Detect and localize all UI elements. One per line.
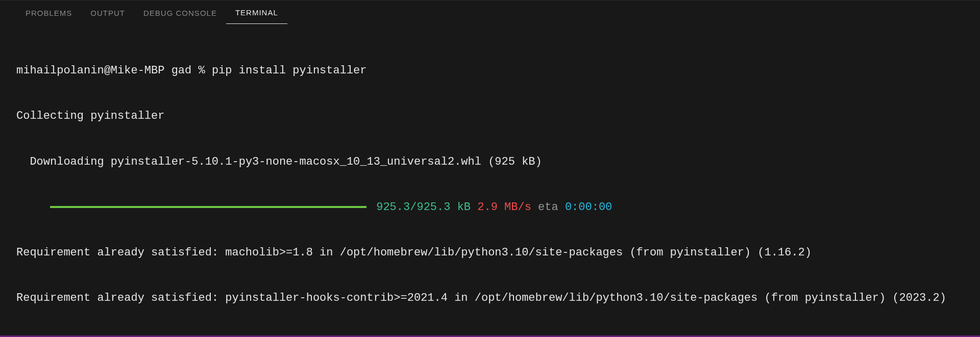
output-collecting: Collecting pyinstaller xyxy=(16,109,964,124)
panel-tab-bar: PROBLEMS OUTPUT DEBUG CONSOLE TERMINAL xyxy=(0,1,980,24)
prompt-user: mihailpolanin@Mike-MBP xyxy=(16,64,164,77)
output-downloading: Downloading pyinstaller-5.10.1-py3-none-… xyxy=(16,154,964,170)
prompt-symbol: % xyxy=(198,64,205,77)
progress-eta-label: eta xyxy=(538,201,558,214)
progress-size: 925.3/925.3 kB xyxy=(376,201,471,214)
progress-eta: 0:00:00 xyxy=(565,201,612,214)
output-req1: Requirement already satisfied: macholib>… xyxy=(16,245,964,261)
terminal-output[interactable]: mihailpolanin@Mike-MBP gad % pip install… xyxy=(0,24,980,337)
terminal-prompt-line: mihailpolanin@Mike-MBP gad % pip install… xyxy=(16,63,964,79)
progress-speed: 2.9 MB/s xyxy=(477,201,531,214)
tab-output[interactable]: OUTPUT xyxy=(81,1,134,24)
command-text: pip install pyinstaller xyxy=(212,64,367,77)
output-progress: 925.3/925.3 kB 2.9 MB/s eta 0:00:00 xyxy=(16,200,964,215)
panel-container: PROBLEMS OUTPUT DEBUG CONSOLE TERMINAL m… xyxy=(0,0,980,337)
tab-problems[interactable]: PROBLEMS xyxy=(16,1,81,24)
prompt-dir: gad xyxy=(172,64,192,77)
output-req2: Requirement already satisfied: pyinstall… xyxy=(16,291,964,306)
tab-terminal[interactable]: TERMINAL xyxy=(226,1,287,24)
progress-indent xyxy=(16,201,50,214)
progress-bar xyxy=(50,206,366,208)
tab-debug-console[interactable]: DEBUG CONSOLE xyxy=(134,1,226,24)
